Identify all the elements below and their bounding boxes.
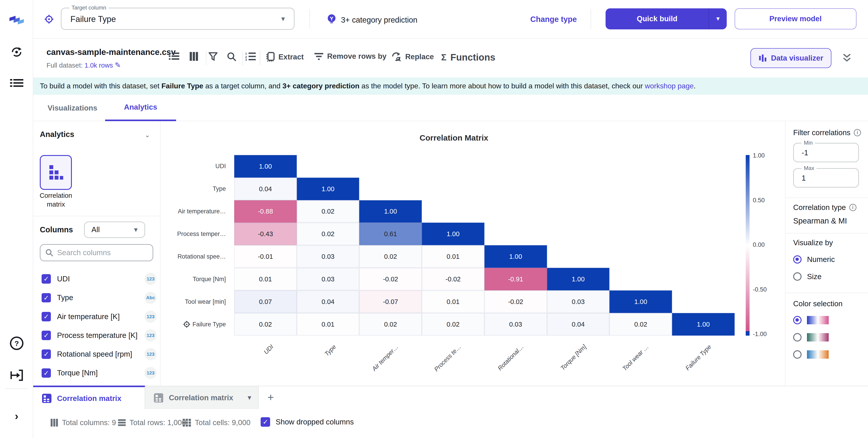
add-sheet-button[interactable]: + xyxy=(264,391,277,405)
heatmap-cell[interactable]: 0.04 xyxy=(297,290,360,313)
datasets-nav-icon[interactable] xyxy=(0,78,33,88)
collapse-double-chevron-icon[interactable] xyxy=(842,53,851,65)
radio-icon[interactable] xyxy=(793,272,802,281)
min-correlation-field[interactable]: Min -1 xyxy=(793,143,859,162)
heatmap-cell[interactable]: 0.03 xyxy=(547,290,610,313)
heatmap-cell[interactable]: -0.02 xyxy=(359,268,422,290)
radio-icon[interactable] xyxy=(793,255,802,264)
radio-icon[interactable] xyxy=(793,333,802,342)
help-icon[interactable]: ? xyxy=(0,336,33,350)
row-view-icon[interactable] xyxy=(169,52,180,60)
sheet-tab-correlation-matrix-2[interactable]: Correlation matrix ▼ xyxy=(145,386,258,409)
heatmap-cell[interactable]: 0.61 xyxy=(359,223,422,245)
column-checkbox[interactable]: ✓ xyxy=(41,368,51,378)
column-checkbox[interactable]: ✓ xyxy=(41,293,51,303)
column-checkbox[interactable]: ✓ xyxy=(41,312,51,321)
column-list-item[interactable]: ✓Process temperature [K]123 xyxy=(33,326,160,345)
column-checkbox[interactable]: ✓ xyxy=(41,349,51,359)
heatmap-cell[interactable]: 0.02 xyxy=(297,200,360,223)
heatmap-cell[interactable]: -0.07 xyxy=(359,290,422,313)
preview-model-button[interactable]: Preview model xyxy=(735,8,857,29)
replace-button[interactable]: Replace xyxy=(391,52,434,61)
heatmap-cell[interactable]: 1.00 xyxy=(234,155,297,178)
extract-button[interactable]: Extract xyxy=(266,52,304,62)
canvas-logo-icon[interactable] xyxy=(0,13,33,27)
expand-rail-chevron[interactable]: › xyxy=(0,409,33,422)
column-view-icon[interactable] xyxy=(189,52,198,61)
heatmap-cell[interactable]: 0.02 xyxy=(359,245,422,268)
search-icon[interactable] xyxy=(227,52,237,61)
correlation-matrix-card[interactable] xyxy=(40,155,72,190)
heatmap-cell[interactable]: 0.02 xyxy=(234,313,297,336)
visualize-by-option-size[interactable]: Size xyxy=(793,272,822,281)
chevron-down-icon[interactable]: ▼ xyxy=(246,395,252,401)
quick-build-caret-icon[interactable]: ▼ xyxy=(709,15,727,22)
heatmap-cell[interactable]: -0.43 xyxy=(234,223,297,245)
search-columns-input[interactable] xyxy=(57,248,140,257)
workshop-page-link[interactable]: workshop page xyxy=(645,82,694,90)
tab-analytics[interactable]: Analytics xyxy=(105,95,176,121)
heatmap-cell[interactable]: 1.00 xyxy=(359,200,422,223)
heatmap-cell[interactable]: -0.01 xyxy=(234,245,297,268)
heatmap-cell[interactable]: 0.01 xyxy=(422,290,485,313)
info-icon[interactable]: i xyxy=(849,204,857,211)
max-correlation-field[interactable]: Max 1 xyxy=(793,168,859,188)
heatmap-cell[interactable]: 0.07 xyxy=(234,290,297,313)
filter-correlations-title: Filter correlationsi xyxy=(793,128,861,137)
heatmap-cell[interactable]: 0.02 xyxy=(359,313,422,336)
heatmap-cell[interactable]: 0.01 xyxy=(234,268,297,290)
target-column-select[interactable]: Target column Failure Type ▼ xyxy=(61,8,294,30)
heatmap-cell[interactable]: 1.00 xyxy=(422,223,485,245)
change-type-link[interactable]: Change type xyxy=(530,15,577,24)
columns-filter-select[interactable]: All ▼ xyxy=(84,221,145,238)
heatmap-cell[interactable]: -0.02 xyxy=(485,290,547,313)
heatmap-cell[interactable]: -0.88 xyxy=(234,200,297,223)
edit-rows-pencil-icon[interactable]: ✎ xyxy=(115,61,121,69)
heatmap-cell[interactable]: 1.00 xyxy=(672,313,735,336)
color-palette-option[interactable] xyxy=(793,316,829,324)
remove-rows-button[interactable]: Remove rows by xyxy=(314,52,386,61)
column-list-item[interactable]: ✓UDI123 xyxy=(33,270,160,288)
heatmap-cell[interactable]: 0.03 xyxy=(297,245,360,268)
heatmap-cell[interactable]: 1.00 xyxy=(485,245,547,268)
show-dropped-columns-toggle[interactable]: ✓ Show dropped columns xyxy=(260,417,353,427)
radio-icon[interactable] xyxy=(793,316,802,324)
heatmap-cell[interactable]: 0.01 xyxy=(422,245,485,268)
tab-visualizations[interactable]: Visualizations xyxy=(48,95,97,121)
chevron-down-icon[interactable]: ⌄ xyxy=(145,131,150,139)
column-checkbox[interactable]: ✓ xyxy=(41,331,51,340)
models-nav-icon[interactable] xyxy=(0,45,33,59)
heatmap-cell[interactable]: 0.02 xyxy=(422,313,485,336)
color-palette-option[interactable] xyxy=(793,333,829,342)
color-palette-option[interactable] xyxy=(793,350,829,359)
heatmap-cell[interactable]: 0.02 xyxy=(297,223,360,245)
heatmap-cell[interactable]: -0.02 xyxy=(422,268,485,290)
visualize-by-option-numeric[interactable]: Numeric xyxy=(793,255,835,264)
info-icon[interactable]: i xyxy=(854,129,861,136)
heatmap-cell[interactable]: -0.91 xyxy=(485,268,547,290)
heatmap-cell[interactable]: 0.04 xyxy=(547,313,610,336)
heatmap-cell[interactable]: 1.00 xyxy=(297,178,360,200)
heatmap-cell[interactable]: 0.02 xyxy=(610,313,672,336)
heatmap-cell[interactable]: 1.00 xyxy=(610,290,672,313)
column-list-item[interactable]: ✓Air temperature [K]123 xyxy=(33,307,160,326)
radio-icon[interactable] xyxy=(793,350,802,359)
heatmap-cell[interactable]: 0.03 xyxy=(485,313,547,336)
rows-count-link[interactable]: 1.0k rows xyxy=(85,61,113,69)
heatmap-cell[interactable]: 0.01 xyxy=(297,313,360,336)
quick-build-button[interactable]: Quick build ▼ xyxy=(606,8,727,29)
heatmap-cell[interactable]: 0.03 xyxy=(297,268,360,290)
heatmap-cell[interactable]: 1.00 xyxy=(547,268,610,290)
heatmap-cell[interactable]: 0.04 xyxy=(234,178,297,200)
column-list-item[interactable]: ✓Torque [Nm]123 xyxy=(33,364,160,382)
data-visualizer-button[interactable]: Data visualizer xyxy=(750,48,831,68)
filter-icon[interactable] xyxy=(209,52,217,61)
logout-icon[interactable] xyxy=(0,369,33,382)
sort-icon[interactable]: 123 xyxy=(245,52,256,61)
checkbox-checked[interactable]: ✓ xyxy=(260,417,270,427)
column-checkbox[interactable]: ✓ xyxy=(41,274,51,284)
column-list-item[interactable]: ✓Rotational speed [rpm]123 xyxy=(33,345,160,364)
column-list-item[interactable]: ✓TypeAbc xyxy=(33,288,160,307)
sheet-tab-correlation-matrix-active[interactable]: Correlation matrix xyxy=(33,385,145,409)
functions-button[interactable]: Σ Functions xyxy=(441,52,495,63)
